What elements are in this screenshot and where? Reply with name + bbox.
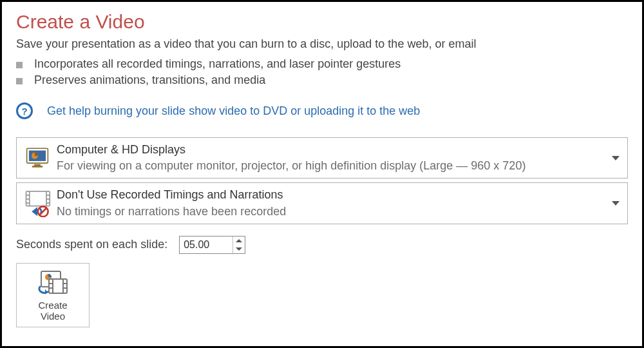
video-quality-text: Computer & HD Displays For viewing on a … — [57, 142, 605, 174]
timings-title: Don't Use Recorded Timings and Narration… — [57, 187, 605, 203]
svg-rect-4 — [32, 166, 43, 167]
help-row: ? Get help burning your slide show video… — [16, 102, 628, 119]
list-item: Incorporates all recorded timings, narra… — [16, 57, 628, 71]
quality-title: Computer & HD Displays — [57, 142, 605, 158]
svg-rect-18 — [49, 279, 67, 293]
help-link[interactable]: Get help burning your slide show video t… — [47, 104, 420, 118]
no-narration-icon — [22, 189, 53, 218]
feature-text: Incorporates all recorded timings, narra… — [34, 57, 401, 71]
create-video-button[interactable]: Create Video — [16, 263, 90, 328]
list-item: Preserves animations, transitions, and m… — [16, 73, 628, 87]
svg-rect-3 — [34, 164, 41, 166]
stepper-arrows — [232, 237, 245, 253]
bullet-icon — [16, 62, 23, 68]
feature-text: Preserves animations, transitions, and m… — [34, 73, 265, 87]
bullet-icon — [16, 78, 23, 84]
create-video-icon — [37, 270, 68, 296]
quality-desc: For viewing on a computer monitor, proje… — [57, 158, 605, 174]
timings-desc: No timings or narrations have been recor… — [57, 204, 605, 220]
feature-list: Incorporates all recorded timings, narra… — [16, 55, 628, 90]
seconds-value[interactable]: 05.00 — [180, 237, 232, 253]
help-icon: ? — [16, 102, 33, 119]
stepper-up[interactable] — [233, 237, 245, 245]
video-quality-dropdown[interactable]: Computer & HD Displays For viewing on a … — [16, 137, 628, 179]
seconds-label: Seconds spent on each slide: — [16, 238, 167, 251]
monitor-icon — [22, 144, 53, 172]
create-video-label: Create Video — [38, 300, 67, 322]
page-subtitle: Save your presentation as a video that y… — [16, 37, 628, 51]
seconds-stepper[interactable]: 05.00 — [179, 236, 245, 254]
seconds-row: Seconds spent on each slide: 05.00 — [16, 236, 628, 254]
stepper-down[interactable] — [233, 245, 245, 253]
timings-dropdown[interactable]: Don't Use Recorded Timings and Narration… — [16, 182, 628, 224]
chevron-down-icon — [612, 156, 620, 160]
page-title: Create a Video — [16, 11, 628, 32]
create-video-panel: Create a Video Save your presentation as… — [0, 0, 644, 348]
timings-text: Don't Use Recorded Timings and Narration… — [57, 187, 605, 219]
chevron-down-icon — [612, 201, 620, 206]
